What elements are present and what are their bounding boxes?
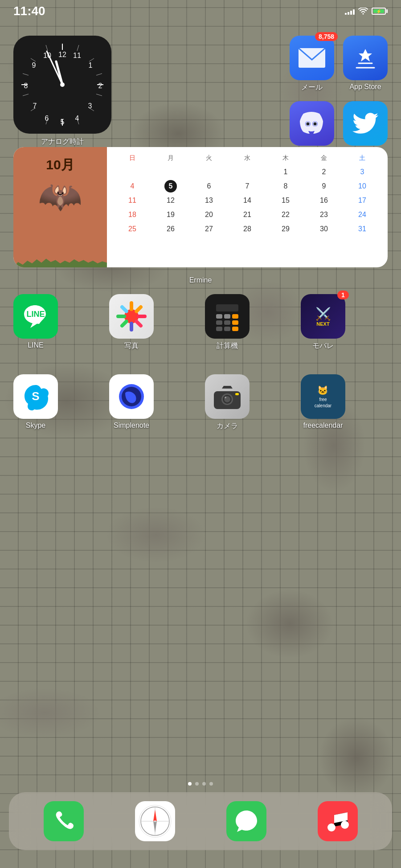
svg-point-59 — [225, 397, 226, 398]
svg-point-39 — [313, 122, 316, 125]
freecalendar-label: freecalendar — [303, 422, 343, 430]
calendar-dates: 1 2 3 4 5 6 7 8 9 10 11 12 13 14 15 — [113, 166, 381, 235]
svg-text:11: 11 — [73, 52, 81, 59]
svg-text:4: 4 — [75, 115, 79, 122]
camera-label: カメラ — [217, 422, 238, 431]
page-dot-4 — [209, 782, 213, 786]
mail-icon[interactable]: 8,758 — [290, 36, 334, 80]
clock-label: アナログ時計 — [41, 137, 84, 147]
messages-app[interactable] — [224, 801, 269, 841]
page-dot-2 — [195, 782, 199, 786]
mobile-legends-icon[interactable]: 1 ⚔️ NEXT — [301, 294, 345, 339]
calculator-icon[interactable] — [205, 294, 250, 339]
svg-text:LINE: LINE — [26, 310, 45, 319]
photos-app[interactable]: 写真 — [109, 294, 154, 351]
svg-rect-51 — [232, 327, 238, 331]
svg-rect-42 — [216, 304, 238, 311]
page-dots — [0, 782, 401, 786]
freecalendar-icon[interactable]: 🐱 free calendar — [301, 374, 345, 419]
simplenote-app[interactable]: Simplenote — [109, 374, 154, 431]
mobile-legends-label: モバレ — [312, 341, 334, 351]
line-app[interactable]: LINE LINE — [13, 294, 58, 351]
svg-text:7: 7 — [33, 102, 37, 110]
status-icons: ⚡ — [345, 8, 388, 15]
discord-icon[interactable] — [290, 101, 334, 146]
svg-text:1: 1 — [89, 61, 93, 69]
status-bar: 11:40 ⚡ — [0, 0, 401, 22]
calendar-widget[interactable]: 10月 🦇 日 月 火 水 木 金 土 — [13, 147, 388, 267]
calendar-right-panel: 日 月 火 水 木 金 土 1 2 3 — [107, 147, 388, 267]
appstore-app[interactable]: App Store — [343, 36, 388, 92]
svg-rect-50 — [224, 327, 230, 331]
clock-widget[interactable]: 12 1 2 3 4 5 6 7 8 9 10 11 アナログ時計 — [13, 36, 111, 147]
svg-rect-46 — [216, 320, 222, 325]
dock — [9, 792, 392, 850]
svg-text:3: 3 — [88, 102, 92, 110]
svg-text:S: S — [32, 389, 39, 403]
skype-app[interactable]: S Skype — [13, 374, 58, 431]
svg-text:12: 12 — [58, 51, 66, 58]
mail-app[interactable]: 8,758 メール — [290, 36, 334, 92]
simplenote-icon[interactable] — [109, 374, 154, 419]
svg-point-68 — [341, 821, 349, 829]
top-apps-grid: 8,758 メール App Store — [290, 36, 388, 156]
messages-icon[interactable] — [226, 801, 266, 841]
freecalendar-app[interactable]: 🐱 free calendar freecalendar — [301, 374, 345, 431]
mail-label: メール — [301, 83, 323, 92]
camera-icon[interactable] — [205, 374, 250, 419]
app-row-2: S Skype Simplenote — [13, 374, 388, 431]
svg-text:2: 2 — [98, 82, 102, 90]
twitter-icon[interactable] — [343, 101, 388, 146]
svg-point-67 — [327, 823, 336, 831]
photos-icon[interactable] — [109, 294, 154, 339]
svg-point-32 — [60, 82, 65, 87]
calendar-month: 10月 — [46, 156, 74, 174]
svg-rect-47 — [224, 320, 230, 325]
analog-clock: 12 1 2 3 4 5 6 7 8 9 10 11 — [13, 36, 111, 134]
svg-point-0 — [363, 13, 364, 15]
calendar-grass — [13, 254, 107, 267]
safari-icon[interactable] — [135, 801, 175, 841]
line-icon[interactable]: LINE — [13, 294, 58, 339]
calendar-day-names: 日 月 火 水 木 金 土 — [113, 154, 381, 162]
calculator-label: 計算機 — [217, 341, 238, 351]
mobile-legends-badge: 1 — [337, 291, 349, 299]
svg-rect-48 — [232, 320, 238, 325]
svg-rect-43 — [216, 314, 222, 319]
svg-rect-60 — [235, 393, 239, 395]
safari-app[interactable] — [133, 801, 177, 841]
music-icon[interactable] — [318, 801, 358, 841]
status-time: 11:40 — [13, 4, 45, 18]
line-label: LINE — [28, 341, 44, 349]
svg-text:5: 5 — [61, 118, 65, 126]
wallpaper: 11:40 ⚡ — [0, 0, 401, 868]
signal-icon — [345, 8, 355, 15]
skype-label: Skype — [26, 422, 45, 430]
phone-icon[interactable] — [44, 801, 84, 841]
appstore-icon[interactable] — [343, 36, 388, 80]
music-app[interactable] — [315, 801, 360, 841]
page-dot-1 — [188, 782, 192, 786]
svg-rect-44 — [224, 314, 230, 319]
skype-icon[interactable]: S — [13, 374, 58, 419]
calendar-mascot: 🦇 — [38, 179, 82, 214]
svg-point-38 — [306, 122, 309, 125]
svg-rect-45 — [232, 314, 238, 319]
page-dot-3 — [202, 782, 206, 786]
appstore-label: App Store — [349, 83, 381, 91]
app-row-1: LINE LINE — [13, 294, 388, 351]
phone-app[interactable] — [41, 801, 86, 841]
battery-icon: ⚡ — [372, 8, 388, 15]
calendar-left-panel: 10月 🦇 — [13, 147, 107, 267]
svg-text:9: 9 — [32, 61, 36, 69]
calculator-app[interactable]: 計算機 — [205, 294, 250, 351]
mobile-legends-app[interactable]: 1 ⚔️ NEXT モバレ — [301, 294, 345, 351]
svg-text:8: 8 — [24, 82, 28, 90]
simplenote-label: Simplenote — [114, 422, 149, 430]
camera-app[interactable]: カメラ — [205, 374, 250, 431]
widget-label: Ermine — [0, 276, 401, 284]
mail-badge: 8,758 — [315, 32, 338, 41]
home-screen: 12 1 2 3 4 5 6 7 8 9 10 11 アナログ時計 — [0, 22, 401, 868]
svg-text:6: 6 — [45, 115, 49, 122]
wifi-icon — [358, 8, 368, 15]
